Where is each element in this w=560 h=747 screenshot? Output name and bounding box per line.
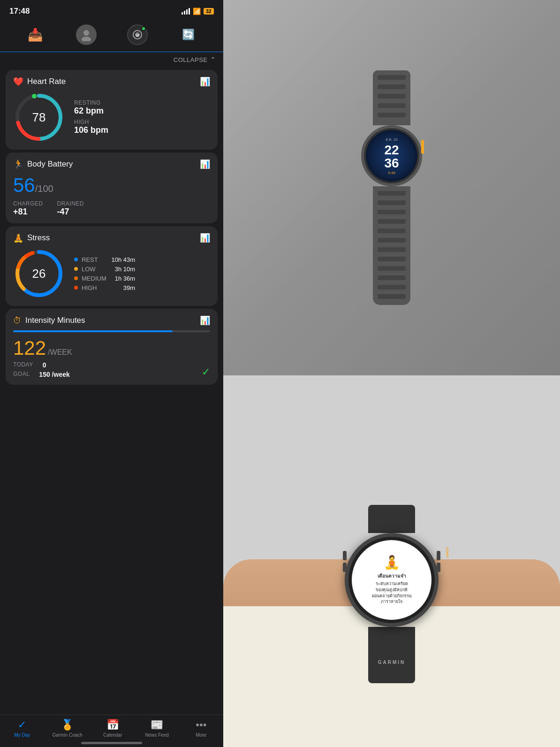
watch-face: ส.ค. 10 22 36 5:49: [366, 130, 417, 182]
inbox-icon: 📥: [25, 24, 45, 45]
svg-point-1: [82, 37, 91, 41]
sync-button[interactable]: 🔄: [178, 24, 199, 45]
watch-time: 22: [384, 144, 399, 157]
calendar-icon: 📅: [106, 719, 119, 731]
heart-rate-title: Heart Rate: [27, 77, 66, 86]
medium-value: 1h 36m: [110, 275, 135, 282]
low-value: 3h 10m: [110, 266, 135, 273]
intensity-card-bottom: 122 /WEEK TODAY 0 GOAL 150 /week: [13, 337, 210, 378]
battery-badge: 32: [204, 8, 214, 15]
stress-content: 26 REST 10h 43m LOW 3h 10m M: [13, 248, 210, 299]
wrist-watch: START 🧘 เตือนความจำ ระดับความเครียด ของค…: [345, 505, 439, 665]
collapse-label: COLLAPSE: [174, 56, 208, 63]
heart-rate-chart-icon[interactable]: 📊: [200, 76, 210, 87]
body-battery-card-header: 🏃 Body Battery 📊: [13, 159, 210, 169]
rest-label: REST: [82, 256, 98, 263]
stress-card[interactable]: 🧘 Stress 📊: [6, 226, 218, 306]
heart-rate-stats: RESTING 62 bpm HIGH 106 bpm: [74, 99, 108, 135]
intensity-stats: TODAY 0 GOAL 150 /week: [13, 361, 72, 378]
drained-value: -47: [57, 207, 84, 217]
collapse-bar[interactable]: COLLAPSE ⌃: [0, 52, 223, 67]
stress-value: 26: [32, 267, 46, 281]
stress-gauge: 26: [13, 248, 65, 299]
high-label: HIGH: [74, 119, 108, 125]
high-stress-value: 39m: [119, 284, 135, 291]
watch-time-minutes: 36: [384, 157, 399, 170]
tab-news-feed[interactable]: 📰 News Feed: [143, 719, 171, 738]
more-icon: •••: [196, 719, 206, 731]
low-dot: [74, 267, 78, 271]
today-value: 0: [43, 361, 46, 369]
notification-icon: 🧘: [384, 555, 400, 570]
scrollable-content: COLLAPSE ⌃ ❤️ Heart Rate 📊: [0, 52, 223, 747]
my-day-label: My Day: [14, 732, 30, 738]
watch-button: [421, 140, 424, 154]
right-bottom-image: START 🧘 เตือนความจำ ระดับความเครียด ของค…: [223, 375, 560, 747]
stress-icon: 🧘: [13, 233, 23, 243]
intensity-chart-icon[interactable]: 📊: [200, 315, 210, 326]
intensity-card[interactable]: ⏱ Intensity Minutes 📊 122 /WEEK TODAY: [6, 309, 218, 385]
heart-rate-content: 78 RESTING 62 bpm HIGH 106 bpm: [13, 91, 210, 143]
intensity-card-header: ⏱ Intensity Minutes 📊: [13, 315, 210, 326]
avatar: [76, 24, 97, 45]
resting-label: RESTING: [74, 99, 104, 106]
signal-icon: [182, 8, 190, 15]
medium-dot: [74, 276, 78, 280]
body-battery-icon: 🏃: [13, 159, 23, 169]
heart-rate-gauge: 78: [13, 91, 65, 143]
garmin-coach-icon: 🏅: [61, 719, 74, 731]
resting-value: 62 bpm: [74, 106, 104, 116]
right-top-image: ส.ค. 10 22 36 5:49: [223, 0, 560, 375]
collapse-chevron-icon: ⌃: [210, 56, 216, 63]
notification-body: ระดับความเครียด ของคุณสูงมีคปกติ ผ่อนคลา…: [372, 581, 412, 604]
goal-label: GOAL: [13, 371, 30, 378]
wrist-button-up: [343, 551, 347, 560]
watch-steps: 5:49: [388, 171, 395, 175]
wrist-band-top: [368, 505, 415, 533]
body-battery-title: Body Battery: [27, 160, 73, 169]
garmin-label: GARMIN: [378, 660, 406, 665]
tab-garmin-coach[interactable]: 🏅 Garmin Coach: [52, 719, 82, 738]
phone-panel: 17:48 📶 32 📥: [0, 0, 223, 747]
charged-label: CHARGED: [13, 200, 43, 207]
profile-button[interactable]: [76, 24, 97, 45]
calendar-label: Calendar: [103, 732, 122, 738]
gauge-indicator-dot: [32, 94, 37, 99]
wrist-watch-circle: START 🧘 เตือนความจำ ระดับความเครียด ของค…: [345, 533, 439, 627]
intensity-title: Intensity Minutes: [25, 316, 85, 325]
intensity-progress-bar: [13, 330, 210, 332]
top-nav: 📥 10 🔄: [0, 20, 223, 52]
charged-value: +81: [13, 207, 43, 217]
body-battery-card[interactable]: 🏃 Body Battery 📊 56/100 CHARGED +81 DRAI…: [6, 152, 218, 223]
status-time: 17:48: [9, 7, 30, 16]
svg-text:10: 10: [136, 34, 139, 37]
watch-body: ส.ค. 10 22 36 5:49: [361, 125, 422, 186]
body-battery-stats: CHARGED +81 DRAINED -47: [13, 200, 210, 217]
watch-band-top: [373, 70, 410, 125]
tab-calendar[interactable]: 📅 Calendar: [98, 719, 127, 738]
high-stress-label: HIGH: [82, 284, 97, 291]
stress-chart-icon[interactable]: 📊: [200, 233, 210, 243]
inbox-button[interactable]: 📥: [25, 24, 45, 45]
status-bar: 17:48 📶 32: [0, 0, 223, 20]
tab-my-day[interactable]: ✓ My Day: [8, 719, 36, 738]
home-indicator: [81, 742, 142, 744]
status-icons: 📶 32: [182, 8, 214, 15]
watch-date: ส.ค. 10: [386, 137, 398, 143]
medium-label: MEDIUM: [82, 275, 106, 282]
body-battery-chart-icon[interactable]: 📊: [200, 159, 210, 169]
my-day-icon: ✓: [18, 719, 26, 731]
intensity-icon: ⏱: [13, 316, 22, 326]
device-button[interactable]: 10: [127, 24, 148, 45]
heart-rate-card[interactable]: ❤️ Heart Rate 📊 78: [6, 70, 218, 150]
heart-rate-card-header: ❤️ Heart Rate 📊: [13, 76, 210, 87]
tab-more[interactable]: ••• More: [187, 719, 215, 738]
device-status-dot: [141, 26, 146, 31]
watch-photo-bg: ส.ค. 10 22 36 5:49: [223, 0, 560, 375]
body-battery-value: 56: [13, 174, 35, 196]
start-label: START: [446, 547, 449, 558]
goal-value: 150 /week: [39, 371, 69, 378]
sync-icon: 🔄: [178, 24, 199, 45]
stress-legend: REST 10h 43m LOW 3h 10m MEDIUM 1h 36m: [74, 256, 135, 291]
intensity-value: 122: [13, 337, 46, 359]
